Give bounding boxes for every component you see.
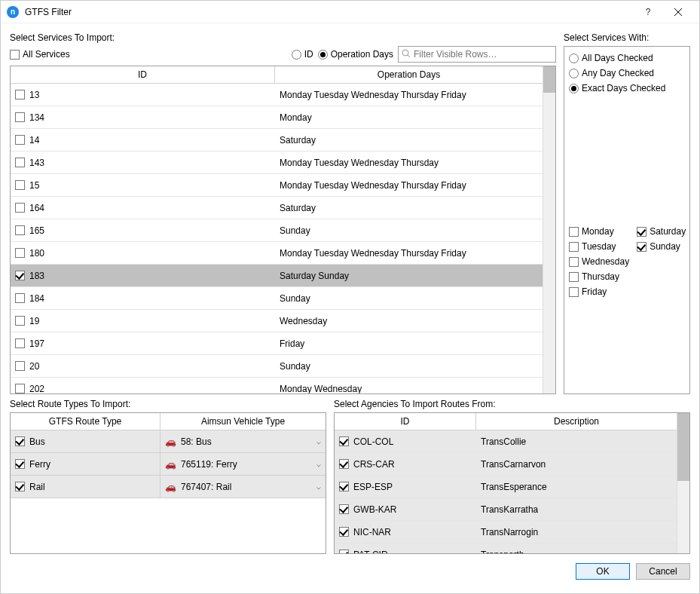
agency-id-cell: ESP-ESP [335,476,476,498]
radio-operation-days[interactable]: Operation Days [318,49,393,60]
row-checkbox[interactable] [15,203,25,213]
services-scrollbar[interactable] [543,66,555,393]
row-checkbox[interactable] [339,482,349,491]
agency-row[interactable]: NIC-NARTransNarrogin [335,521,677,543]
service-row[interactable]: 143Monday Tuesday Wednesday Thursday [11,152,543,174]
day-wednesday[interactable]: Wednesday [569,256,629,267]
row-checkbox[interactable] [15,90,25,100]
service-id: 13 [29,90,39,100]
radio-any-day[interactable]: Any Day Checked [569,68,685,78]
row-checkbox[interactable] [339,527,349,537]
day-sunday[interactable]: Sunday [637,241,686,252]
route-type-cell[interactable]: Ferry [11,453,160,475]
radio-exact-days[interactable]: Exact Days Checked [569,83,685,93]
row-checkbox[interactable] [15,436,25,446]
day-monday[interactable]: Monday [569,226,629,237]
service-row[interactable]: 20Sunday [11,355,543,378]
service-row[interactable]: 197Friday [11,332,543,355]
service-row[interactable]: 13Monday Tuesday Wednesday Thursday Frid… [11,84,543,106]
row-checkbox[interactable] [15,361,25,371]
row-checkbox[interactable] [15,384,25,393]
close-button[interactable] [663,1,693,23]
service-row[interactable]: 184Sunday [11,287,543,310]
service-op-days: Saturday [275,132,543,148]
day-saturday[interactable]: Saturday [637,226,686,237]
service-row[interactable]: 165Sunday [11,219,543,242]
vehicle-type-dropdown[interactable]: 🚗767407: Rail⌵ [160,476,326,498]
route-row: Rail🚗767407: Rail⌵ [11,476,326,498]
vehicle-type-dropdown[interactable]: 🚗765119: Ferry⌵ [160,453,326,475]
agency-header-id[interactable]: ID [335,413,476,430]
titlebar: n GTFS Filter ? [1,1,699,23]
agency-desc-cell: TransCarnarvon [476,453,677,475]
vehicle-icon: 🚗 [165,436,176,447]
service-op-days: Sunday [275,290,543,307]
agencies-scrollbar[interactable] [677,413,689,553]
route-type-cell[interactable]: Rail [11,476,160,498]
service-op-days: Friday [275,335,543,352]
row-checkbox[interactable] [15,316,25,326]
row-checkbox[interactable] [15,248,25,258]
service-id: 134 [29,112,44,123]
service-row[interactable]: 19Wednesday [11,310,543,332]
day-friday[interactable]: Friday [569,286,629,297]
service-op-days: Sunday [275,222,543,239]
day-tuesday[interactable]: Tuesday [569,241,629,252]
service-id: 15 [29,180,39,191]
radio-icon [292,50,301,60]
row-checkbox[interactable] [339,459,349,469]
filter-search[interactable] [398,46,556,63]
route-header-type[interactable]: GTFS Route Type [11,413,160,430]
route-type-cell[interactable]: Bus [11,430,160,452]
search-icon [402,49,411,60]
route-header-vehicle[interactable]: Aimsun Vehicle Type [160,413,326,430]
vehicle-type-dropdown[interactable]: 🚗58: Bus⌵ [160,430,326,452]
agencies-table: ID Description COL-COLTransCollieCRS-CAR… [334,412,690,554]
agency-id-cell: PAT-CIR [335,543,476,553]
agency-desc-cell: TransKarratha [476,498,677,520]
row-checkbox[interactable] [15,112,25,122]
row-checkbox[interactable] [339,550,349,553]
service-row[interactable]: 134Monday [11,106,543,129]
cancel-button[interactable]: Cancel [636,563,690,580]
route-row: Bus🚗58: Bus⌵ [11,430,326,453]
service-id: 20 [29,361,39,372]
service-row[interactable]: 15Monday Tuesday Wednesday Thursday Frid… [11,174,543,197]
row-checkbox[interactable] [15,293,25,303]
agency-header-desc[interactable]: Description [476,413,677,430]
service-row[interactable]: 183Saturday Sunday [11,265,543,287]
radio-all-days[interactable]: All Days Checked [569,53,685,63]
row-checkbox[interactable] [15,482,25,491]
row-checkbox[interactable] [339,504,349,514]
row-checkbox[interactable] [15,180,25,190]
service-row[interactable]: 202Monday Wednesday [11,378,543,393]
help-button[interactable]: ? [633,1,663,23]
service-op-days: Monday Wednesday [275,381,543,394]
radio-id[interactable]: ID [292,49,313,60]
service-row[interactable]: 180Monday Tuesday Wednesday Thursday Fri… [11,242,543,265]
row-checkbox[interactable] [15,271,25,280]
services-header-op[interactable]: Operation Days [275,66,543,83]
row-checkbox[interactable] [15,135,25,145]
service-op-days: Monday Tuesday Wednesday Thursday Friday [275,177,543,194]
agency-row[interactable]: COL-COLTransCollie [335,430,677,453]
row-checkbox[interactable] [15,158,25,167]
agency-row[interactable]: ESP-ESPTransEsperance [335,476,677,498]
service-row[interactable]: 14Saturday [11,129,543,152]
chevron-down-icon: ⌵ [316,482,321,491]
agency-row[interactable]: CRS-CARTransCarnarvon [335,453,677,476]
day-thursday[interactable]: Thursday [569,271,629,282]
app-icon: n [7,6,19,18]
row-checkbox[interactable] [15,338,25,348]
service-row[interactable]: 164Saturday [11,197,543,219]
row-checkbox[interactable] [15,225,25,235]
filter-input[interactable] [414,49,552,60]
row-checkbox[interactable] [15,459,25,469]
agency-row[interactable]: GWB-KARTransKarratha [335,498,677,521]
ok-button[interactable]: OK [576,563,630,580]
row-checkbox[interactable] [339,436,349,446]
all-services-checkbox[interactable]: All Services [10,49,70,60]
agency-row[interactable]: PAT-CIRTransperth [335,543,677,553]
agencies-label: Select Agencies To Import Routes From: [334,399,690,409]
services-header-id[interactable]: ID [11,66,275,83]
